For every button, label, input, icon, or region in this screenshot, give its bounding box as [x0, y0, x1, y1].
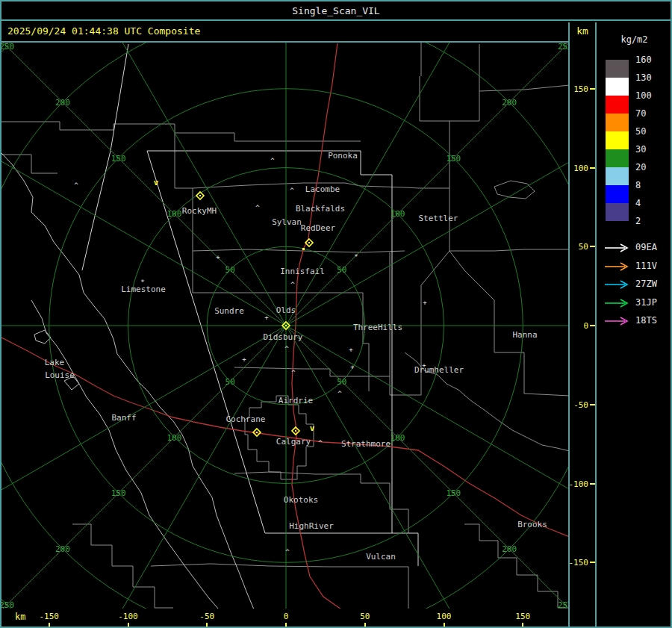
bottom-scale-tick	[522, 623, 523, 627]
range-ring-label: 200	[55, 98, 70, 108]
bottom-scale-label: 50	[360, 612, 370, 621]
range-ring-label: 100	[391, 209, 405, 219]
bottom-scale-label: -50	[199, 612, 214, 621]
county-boundary-line	[151, 564, 408, 609]
town-marker-glyph: ^	[337, 390, 342, 397]
yellow-dot-marker	[302, 248, 305, 250]
radar-id-label: 31JP	[635, 297, 657, 308]
bottom-scale-label: 100	[437, 612, 452, 621]
radar-id-label: 27ZW	[635, 279, 657, 289]
right-scale-tick	[590, 246, 595, 247]
right-scale-label: -50	[573, 400, 588, 409]
bottom-scale-unit: km	[15, 612, 25, 622]
city-label: Calgary	[276, 437, 311, 447]
right-scale-label: -150	[569, 558, 589, 568]
bottom-scale-label: -100	[118, 612, 138, 621]
county-boundary-line	[193, 249, 405, 252]
city-label: Louise	[45, 370, 75, 380]
town-marker-glyph: ^	[290, 187, 294, 194]
provincial-border-line	[31, 300, 219, 609]
header-strip: 2025/09/24 01:44:38 UTC Composite	[1, 22, 568, 43]
city-label: Drumheller	[414, 365, 464, 375]
right-scale-label: -100	[569, 479, 589, 488]
bottom-scale-label: 0	[284, 612, 289, 621]
town-marker-glyph: +	[264, 314, 269, 321]
radar-app-window: Single_Scan_VIL 2025/09/24 01:44:38 UTC …	[0, 0, 672, 628]
radar-id-label: 18TS	[635, 315, 657, 326]
bottom-scale-label: -150	[40, 612, 60, 621]
town-marker-glyph: +	[423, 299, 427, 306]
timestamp-label: 2025/09/24 01:44:38 UTC Composite	[7, 25, 200, 37]
city-label: Banff	[111, 413, 136, 423]
city-marker-dot	[308, 242, 310, 243]
right-scale-tick	[590, 483, 595, 485]
town-marker-glyph: ^	[291, 369, 296, 376]
legend-swatch	[606, 203, 629, 221]
right-scale-tick	[590, 88, 595, 90]
bottom-scale-tick	[444, 623, 445, 627]
radar-arrow-icon	[604, 317, 631, 326]
legend-scale-value: 2	[635, 216, 641, 226]
range-ring-label: 100	[391, 433, 405, 443]
range-ring-label: 150	[446, 154, 461, 164]
city-label: Strathmore	[341, 439, 391, 449]
legend-scale-value: 100	[635, 90, 652, 101]
city-marker-dot	[256, 432, 258, 433]
right-scale-label: 50	[579, 242, 588, 252]
legend-scale-value: 50	[635, 126, 646, 137]
legend-swatch	[606, 60, 629, 78]
right-scale-tick	[590, 404, 595, 405]
range-ring-label: 50	[225, 377, 235, 387]
range-ring-label: 200	[502, 98, 517, 108]
legend-radar-row: 27ZW	[597, 284, 672, 293]
city-label: Stettler	[419, 214, 458, 223]
range-ring-label: 150	[111, 488, 126, 498]
city-marker-dot	[285, 325, 287, 326]
city-label: Sundre	[214, 306, 244, 316]
right-scale-label: 0	[583, 321, 588, 331]
range-ring-label: 100	[167, 433, 182, 443]
legend-scale-value: 160	[635, 55, 652, 65]
storm-marker-v-icon: v	[310, 423, 315, 433]
window-title: Single_Scan_VIL	[292, 5, 379, 16]
legend-swatch	[606, 114, 629, 131]
county-boundary-line	[494, 181, 535, 199]
town-marker-glyph: +	[216, 253, 220, 261]
town-marker-glyph: +	[349, 346, 353, 353]
bottom-distance-scale: km -150-100-50050100150	[1, 610, 568, 627]
town-marker-glyph: +	[350, 363, 355, 370]
range-ring-label: 200	[502, 544, 517, 554]
city-label: Didsbury	[264, 332, 303, 342]
range-ring-label: 150	[111, 154, 126, 164]
town-marker-glyph: ^	[290, 281, 295, 288]
city-label: Olds	[276, 305, 296, 315]
legend-swatch	[606, 96, 629, 114]
title-bar: Single_Scan_VIL	[1, 1, 671, 21]
city-label: Vulcan	[366, 552, 396, 562]
radar-arrow-icon	[604, 262, 631, 271]
legend-scale-value: 30	[635, 144, 646, 155]
town-marker-glyph: ^	[284, 345, 289, 352]
town-marker-glyph: ^	[74, 181, 78, 189]
legend-swatch	[606, 185, 629, 203]
radar-id-label: 09EA	[635, 242, 657, 252]
bottom-scale-tick	[128, 623, 129, 627]
range-ring-label: 50	[225, 265, 235, 275]
legend-scale-value: 8	[635, 180, 641, 190]
right-scale-tick	[590, 562, 595, 563]
town-marker-glyph: +	[242, 355, 246, 363]
bottom-scale-tick	[49, 623, 50, 627]
storm-marker-v-icon: v	[154, 178, 159, 187]
city-label: Airdrie	[279, 396, 313, 405]
county-boundary-line	[175, 188, 193, 293]
city-label: Innisfail	[280, 267, 325, 276]
radar-arrow-icon	[604, 243, 631, 252]
town-marker-glyph: ^	[270, 157, 275, 164]
bottom-scale-tick	[206, 623, 208, 627]
county-boundary-line	[1, 122, 361, 141]
range-ring-label: 250	[558, 43, 568, 52]
right-scale-label: 150	[573, 84, 588, 93]
legend-swatch	[606, 78, 629, 96]
right-scale-tick	[590, 167, 595, 169]
radar-arrow-icon	[604, 280, 631, 289]
